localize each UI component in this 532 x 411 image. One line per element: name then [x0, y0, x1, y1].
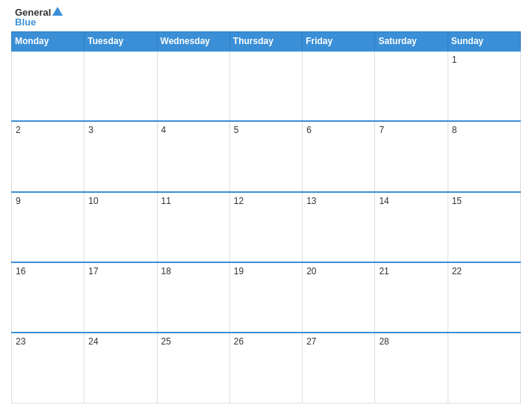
calendar-cell: 28 [375, 333, 448, 403]
calendar-cell: 13 [303, 192, 375, 262]
calendar-cell: 14 [375, 192, 448, 262]
calendar-cell [303, 51, 375, 121]
day-number: 10 [88, 196, 98, 206]
calendar-week-row: 9101112131415 [12, 192, 521, 262]
day-number: 13 [306, 196, 316, 206]
day-number: 27 [306, 336, 316, 347]
weekday-header-thursday: Thursday [229, 32, 302, 52]
day-number: 4 [161, 125, 167, 135]
calendar-cell: 3 [84, 121, 157, 191]
calendar-cell: 20 [303, 262, 375, 333]
weekday-header-sunday: Sunday [448, 32, 520, 52]
calendar-cell: 19 [229, 262, 302, 333]
day-number: 16 [16, 266, 25, 276]
day-number: 28 [379, 336, 389, 347]
day-number: 20 [306, 266, 316, 276]
weekday-header-saturday: Saturday [375, 32, 448, 52]
calendar-cell: 2 [12, 121, 84, 191]
calendar-week-row: 2345678 [12, 121, 521, 191]
calendar-table: MondayTuesdayWednesdayThursdayFridaySatu… [11, 31, 521, 404]
logo-blue-text: Blue [15, 17, 36, 27]
header: General Blue [11, 7, 521, 27]
day-number: 22 [452, 266, 462, 276]
day-number: 18 [161, 266, 171, 276]
calendar-cell: 27 [303, 333, 375, 403]
day-number: 6 [306, 125, 312, 135]
weekday-header-monday: Monday [12, 32, 84, 52]
day-number: 24 [88, 336, 98, 347]
calendar-cell: 7 [375, 121, 448, 191]
calendar-cell [12, 51, 84, 121]
calendar-cell: 18 [157, 262, 229, 333]
day-number: 7 [379, 125, 384, 135]
calendar-cell: 17 [84, 262, 157, 333]
day-number: 1 [452, 55, 457, 65]
day-number: 5 [234, 125, 239, 135]
calendar-cell: 6 [303, 121, 375, 191]
day-number: 8 [452, 125, 457, 135]
day-number: 14 [379, 196, 389, 206]
day-number: 3 [88, 125, 93, 135]
day-number: 19 [234, 266, 244, 276]
day-number: 2 [16, 125, 21, 135]
calendar-cell: 12 [229, 192, 302, 262]
calendar-cell: 1 [448, 51, 520, 121]
day-number: 23 [16, 336, 25, 347]
calendar-cell: 25 [157, 333, 229, 403]
calendar-cell: 11 [157, 192, 229, 262]
calendar-cell [229, 51, 302, 121]
calendar-week-row: 232425262728 [12, 333, 521, 403]
calendar-cell [157, 51, 229, 121]
calendar-week-row: 16171819202122 [12, 262, 521, 333]
day-number: 11 [161, 196, 171, 206]
calendar-cell [375, 51, 448, 121]
day-number: 17 [88, 266, 98, 276]
calendar-cell [448, 333, 520, 403]
calendar-cell: 21 [375, 262, 448, 333]
calendar-header: MondayTuesdayWednesdayThursdayFridaySatu… [12, 32, 521, 52]
calendar-week-row: 1 [12, 51, 521, 121]
calendar-cell: 9 [12, 192, 84, 262]
calendar-cell: 24 [84, 333, 157, 403]
day-number: 21 [379, 266, 389, 276]
day-number: 12 [234, 196, 244, 206]
calendar-cell: 23 [12, 333, 84, 403]
calendar-cell: 8 [448, 121, 520, 191]
calendar-cell: 5 [229, 121, 302, 191]
calendar-cell [84, 51, 157, 121]
day-number: 9 [16, 196, 21, 206]
logo: General Blue [15, 7, 63, 27]
day-number: 25 [161, 336, 171, 347]
calendar-cell: 16 [12, 262, 84, 333]
weekday-header-friday: Friday [303, 32, 375, 52]
weekday-header-row: MondayTuesdayWednesdayThursdayFridaySatu… [12, 32, 521, 52]
calendar-cell: 26 [229, 333, 302, 403]
day-number: 15 [452, 196, 462, 206]
calendar-body: 1234567891011121314151617181920212223242… [12, 51, 521, 404]
calendar-cell: 22 [448, 262, 520, 333]
calendar-cell: 10 [84, 192, 157, 262]
logo-triangle-icon [52, 7, 63, 16]
day-number: 26 [234, 336, 244, 347]
page: General Blue MondayTuesdayWednesdayThurs… [0, 0, 532, 411]
weekday-header-tuesday: Tuesday [84, 32, 157, 52]
calendar-cell: 15 [448, 192, 520, 262]
calendar-cell: 4 [157, 121, 229, 191]
weekday-header-wednesday: Wednesday [157, 32, 229, 52]
